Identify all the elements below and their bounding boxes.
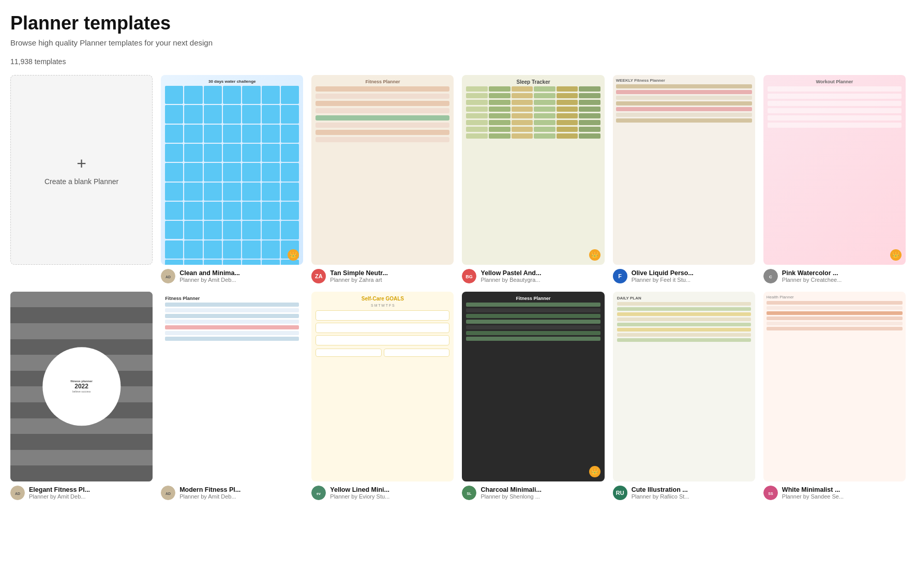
card-text: Clean and Minima...Planner by Amit Deb..… xyxy=(179,269,240,283)
blank-thumb[interactable]: + Create a blank Planner xyxy=(10,75,153,265)
card-name: Yellow Pastel And... xyxy=(480,269,541,277)
blank-label: Create a blank Planner xyxy=(44,177,118,186)
card-avatar: AD xyxy=(161,269,175,283)
card-type: Planner by Feel it Stu... xyxy=(632,277,694,283)
card-text: Elegant Fitness Pl...Planner by Amit Deb… xyxy=(29,486,90,500)
card-thumb-water-challenge[interactable]: 30 days water challenge 👑 xyxy=(161,75,303,265)
card-thumb-modern-fitness[interactable]: Fitness Planner xyxy=(161,292,303,481)
svg-text:AD: AD xyxy=(166,492,171,495)
card-info-selfcare-goals: evYellow Lined Mini...Planner by Eviory … xyxy=(311,486,454,500)
card-type: Planner by Zahra art xyxy=(330,277,388,283)
card-avatar: F xyxy=(613,269,627,283)
card-text: Cute Illustration ...Planner by Rafiico … xyxy=(632,486,689,500)
template-count: 11,938 templates xyxy=(10,57,906,66)
card-thumb-workout-planner[interactable]: Workout Planner 👑 xyxy=(763,75,906,265)
card-thumb-daily-plan[interactable]: DAILY PLAN xyxy=(613,292,755,481)
card-type: Planner by Beautygra... xyxy=(480,277,541,283)
crown-badge: 👑 xyxy=(589,466,600,477)
card-thumb-fitness-beige[interactable]: Fitness Planner xyxy=(311,75,454,265)
card-text: Yellow Pastel And...Planner by Beautygra… xyxy=(480,269,541,283)
card-info-sleep-tracker: BGYellow Pastel And...Planner by Beautyg… xyxy=(462,269,604,283)
card-avatar: AD xyxy=(161,486,175,500)
svg-text:AD: AD xyxy=(15,492,20,495)
template-card-sleep-tracker[interactable]: Sleep Tracker 👑BGYellow Pastel And...Pla… xyxy=(462,75,604,283)
card-type: Planner by Eviory Stu... xyxy=(330,493,389,500)
card-avatar: SL xyxy=(462,486,476,500)
card-thumb-fitness-striped[interactable]: fitness planner 2022 believe success xyxy=(10,292,153,481)
card-avatar: SS xyxy=(763,486,778,500)
card-info-modern-fitness: ADModern Fitness Pl...Planner by Amit De… xyxy=(161,486,303,500)
card-avatar: ZA xyxy=(311,269,326,283)
template-card-weekly-fitness[interactable]: WEEKLY Fitness Planner FOlive Liquid Per… xyxy=(613,75,755,283)
card-thumb-sleep-tracker[interactable]: Sleep Tracker 👑 xyxy=(462,75,604,265)
card-type: Planner by Amit Deb... xyxy=(29,493,90,500)
card-info-health-tracker: SSWhite Minimalist ...Planner by Sandee … xyxy=(763,486,906,500)
card-info-weekly-fitness: FOlive Liquid Perso...Planner by Feel it… xyxy=(613,269,755,283)
card-name: Olive Liquid Perso... xyxy=(632,269,694,277)
template-grid: + Create a blank Planner 30 days water c… xyxy=(10,75,906,500)
template-card-daily-plan[interactable]: DAILY PLAN RUCute Illustration ...Planne… xyxy=(613,292,755,500)
crown-badge: 👑 xyxy=(890,249,902,261)
svg-text:BG: BG xyxy=(466,274,473,279)
card-text: White Minimalist ...Planner by Sandee Se… xyxy=(782,486,844,500)
page-title: Planner templates xyxy=(10,12,906,34)
card-info-charcoal-fitness: SLCharcoal Minimali...Planner by Shenlon… xyxy=(462,486,604,500)
card-thumb-charcoal-fitness[interactable]: Fitness Planner 👑 xyxy=(462,292,604,481)
card-type: Planner by Creatchee... xyxy=(782,277,842,283)
template-card-fitness-striped[interactable]: fitness planner 2022 believe success ADE… xyxy=(10,292,153,500)
svg-text:C: C xyxy=(769,275,772,279)
card-name: Yellow Lined Mini... xyxy=(330,486,389,493)
card-info-workout-planner: CPink Watercolor ...Planner by Creatchee… xyxy=(763,269,906,283)
card-avatar: RU xyxy=(613,486,627,500)
card-info-fitness-striped: ADElegant Fitness Pl...Planner by Amit D… xyxy=(10,486,153,500)
card-name: Charcoal Minimali... xyxy=(480,486,541,493)
card-type: Planner by Amit Deb... xyxy=(179,277,240,283)
page-subtitle: Browse high quality Planner templates fo… xyxy=(10,38,906,47)
template-card-selfcare-goals[interactable]: Self-Care GOALS S M T W T F S evYellow L… xyxy=(311,292,454,500)
card-type: Planner by Sandee Se... xyxy=(782,493,844,500)
blank-planner-card[interactable]: + Create a blank Planner xyxy=(10,75,153,283)
card-thumb-health-tracker[interactable]: Health Planner xyxy=(763,292,906,481)
card-text: Olive Liquid Perso...Planner by Feel it … xyxy=(632,269,694,283)
card-type: Planner by Shenlong ... xyxy=(480,493,541,500)
template-card-charcoal-fitness[interactable]: Fitness Planner 👑SLCharcoal Minimali...P… xyxy=(462,292,604,500)
card-type: Planner by Rafiico St... xyxy=(632,493,689,500)
card-avatar: BG xyxy=(462,269,476,283)
svg-text:AD: AD xyxy=(166,275,171,279)
plus-icon: + xyxy=(77,154,86,173)
card-text: Pink Watercolor ...Planner by Creatchee.… xyxy=(782,269,842,283)
template-card-workout-planner[interactable]: Workout Planner 👑CPink Watercolor ...Pla… xyxy=(763,75,906,283)
card-avatar: C xyxy=(763,269,778,283)
card-name: Pink Watercolor ... xyxy=(782,269,842,277)
card-avatar: AD xyxy=(10,486,25,500)
template-card-fitness-beige[interactable]: Fitness Planner ZATan Simple Neutr...Pla… xyxy=(311,75,454,283)
card-name: White Minimalist ... xyxy=(782,486,844,493)
card-text: Charcoal Minimali...Planner by Shenlong … xyxy=(480,486,541,500)
card-name: Elegant Fitness Pl... xyxy=(29,486,90,493)
card-text: Tan Simple Neutr...Planner by Zahra art xyxy=(330,269,388,283)
card-thumb-selfcare-goals[interactable]: Self-Care GOALS S M T W T F S xyxy=(311,292,454,481)
card-type: Planner by Amit Deb... xyxy=(179,493,241,500)
template-card-modern-fitness[interactable]: Fitness Planner ADModern Fitness Pl...Pl… xyxy=(161,292,303,500)
template-card-health-tracker[interactable]: Health Planner SSWhite Minimalist ...Pla… xyxy=(763,292,906,500)
card-name: Modern Fitness Pl... xyxy=(179,486,241,493)
svg-text:SL: SL xyxy=(467,492,472,495)
card-name: Clean and Minima... xyxy=(179,269,240,277)
card-avatar: ev xyxy=(311,486,326,500)
card-info-fitness-beige: ZATan Simple Neutr...Planner by Zahra ar… xyxy=(311,269,454,283)
card-text: Yellow Lined Mini...Planner by Eviory St… xyxy=(330,486,389,500)
card-thumb-weekly-fitness[interactable]: WEEKLY Fitness Planner xyxy=(613,75,755,265)
card-info-water-challenge: ADClean and Minima...Planner by Amit Deb… xyxy=(161,269,303,283)
card-name: Tan Simple Neutr... xyxy=(330,269,388,277)
svg-text:ev: ev xyxy=(317,492,321,495)
card-info-daily-plan: RUCute Illustration ...Planner by Rafiic… xyxy=(613,486,755,500)
crown-badge: 👑 xyxy=(589,249,600,261)
card-name: Cute Illustration ... xyxy=(632,486,689,493)
svg-text:SS: SS xyxy=(768,492,773,495)
card-text: Modern Fitness Pl...Planner by Amit Deb.… xyxy=(179,486,241,500)
template-card-water-challenge[interactable]: 30 days water challenge 👑ADClean and Min… xyxy=(161,75,303,283)
